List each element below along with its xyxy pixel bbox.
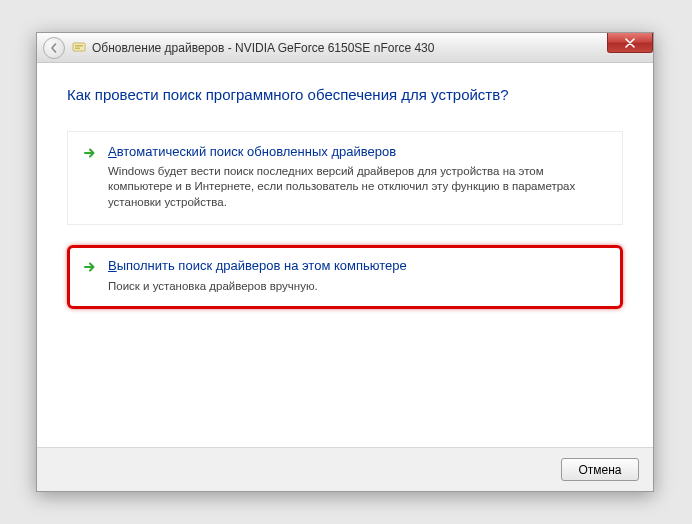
svg-rect-0 xyxy=(73,43,85,51)
device-icon xyxy=(71,40,87,56)
option-auto-title: Автоматический поиск обновленных драйвер… xyxy=(108,144,608,160)
option-auto-body: Автоматический поиск обновленных драйвер… xyxy=(108,144,608,211)
titlebar: Обновление драйверов - NVIDIA GeForce 61… xyxy=(37,33,653,63)
option-auto-desc: Windows будет вести поиск последних верс… xyxy=(108,164,608,211)
back-arrow-icon xyxy=(49,43,59,53)
window-title: Обновление драйверов - NVIDIA GeForce 61… xyxy=(92,41,434,55)
svg-rect-2 xyxy=(75,47,80,49)
option-auto-search[interactable]: Автоматический поиск обновленных драйвер… xyxy=(67,131,623,226)
option-manual-body: Выполнить поиск драйверов на этом компью… xyxy=(108,258,407,294)
driver-update-window: Обновление драйверов - NVIDIA GeForce 61… xyxy=(36,32,654,492)
svg-rect-1 xyxy=(75,45,83,47)
back-button[interactable] xyxy=(43,37,65,59)
page-heading: Как провести поиск программного обеспече… xyxy=(67,85,623,105)
footer: Отмена xyxy=(37,447,653,491)
option-manual-title: Выполнить поиск драйверов на этом компью… xyxy=(108,258,407,274)
arrow-icon xyxy=(82,145,98,161)
cancel-button[interactable]: Отмена xyxy=(561,458,639,481)
close-icon xyxy=(625,38,635,48)
arrow-icon xyxy=(82,259,98,275)
content-area: Как провести поиск программного обеспече… xyxy=(37,63,653,339)
option-manual-search[interactable]: Выполнить поиск драйверов на этом компью… xyxy=(67,245,623,309)
option-manual-desc: Поиск и установка драйверов вручную. xyxy=(108,279,407,295)
close-button[interactable] xyxy=(607,33,653,53)
